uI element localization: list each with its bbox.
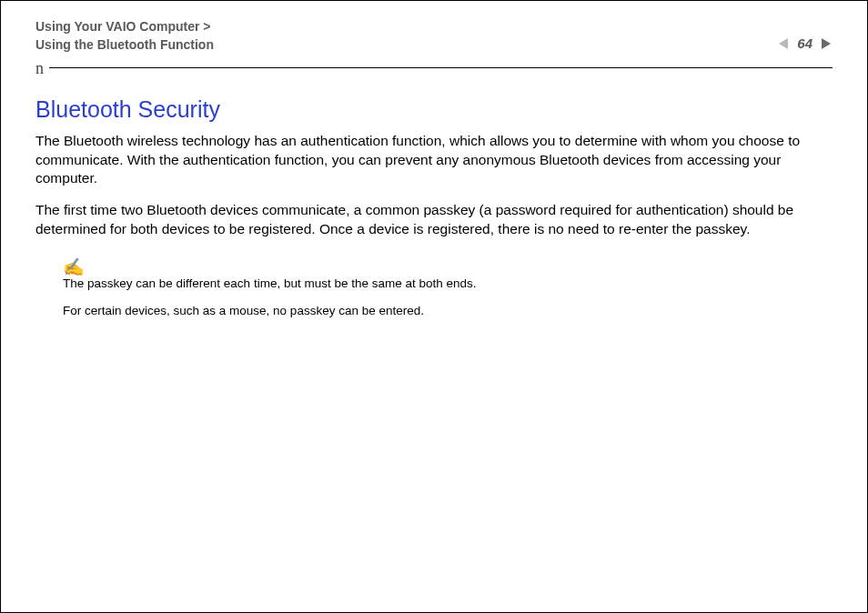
breadcrumb: Using Your VAIO Computer > Using the Blu… bbox=[35, 17, 214, 55]
breadcrumb-line-2: Using the Bluetooth Function bbox=[35, 35, 214, 54]
note-line-2: For certain devices, such as a mouse, no… bbox=[63, 303, 833, 320]
header-divider bbox=[49, 67, 833, 68]
header-divider-row: n bbox=[35, 60, 833, 76]
section-heading: Bluetooth Security bbox=[35, 96, 833, 123]
n-glyph: n bbox=[35, 60, 44, 76]
page-number: 64 bbox=[797, 35, 812, 51]
svg-marker-0 bbox=[779, 38, 788, 49]
paragraph-2: The first time two Bluetooth devices com… bbox=[35, 201, 833, 239]
breadcrumb-line-1: Using Your VAIO Computer > bbox=[35, 17, 214, 35]
note-block: ✍ The passkey can be different each time… bbox=[35, 252, 833, 320]
main-content: Bluetooth Security The Bluetooth wireles… bbox=[1, 76, 867, 321]
page-navigation: 64 bbox=[777, 17, 833, 51]
svg-marker-1 bbox=[822, 38, 831, 49]
page-header: Using Your VAIO Computer > Using the Blu… bbox=[1, 1, 867, 55]
previous-page-icon[interactable] bbox=[777, 37, 790, 50]
note-line-1: The passkey can be different each time, … bbox=[63, 276, 833, 293]
next-page-icon[interactable] bbox=[820, 37, 833, 50]
note-icon: ✍ bbox=[63, 261, 833, 273]
paragraph-1: The Bluetooth wireless technology has an… bbox=[35, 132, 833, 189]
